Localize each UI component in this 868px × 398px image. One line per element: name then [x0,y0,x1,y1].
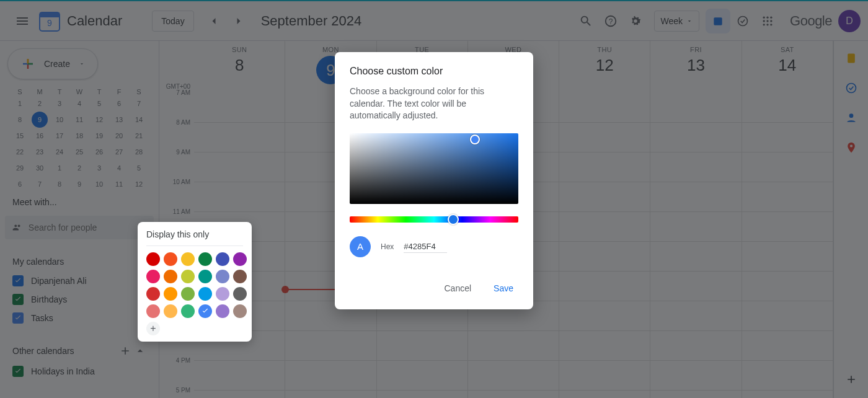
color-swatch[interactable] [233,287,247,301]
color-swatch[interactable] [146,252,160,266]
color-swatch[interactable] [181,252,195,266]
color-swatch-popup: Display this only + [138,222,252,342]
color-swatch[interactable] [216,287,229,301]
hue-thumb[interactable] [448,214,459,225]
dialog-description: Choose a background color for this calen… [350,86,518,122]
color-swatch[interactable] [164,304,177,318]
color-swatch[interactable] [233,270,247,283]
hex-input[interactable] [404,241,447,253]
saturation-value-picker[interactable] [350,133,518,204]
color-swatch[interactable] [181,304,195,318]
sv-thumb[interactable] [470,135,480,144]
color-swatch[interactable] [216,304,229,318]
color-swatch[interactable] [181,270,195,283]
color-swatch[interactable] [216,252,229,266]
custom-color-dialog: Choose custom color Choose a background … [335,52,533,309]
color-swatch[interactable] [233,304,247,318]
color-swatch[interactable] [164,287,177,301]
color-swatch[interactable] [146,270,160,283]
dialog-title: Choose custom color [350,66,518,77]
color-swatch[interactable] [164,252,177,266]
color-swatch[interactable] [233,252,247,266]
color-swatch[interactable] [164,270,177,283]
save-button[interactable]: Save [489,280,518,297]
color-swatch[interactable] [198,304,212,318]
color-swatch[interactable] [146,287,160,301]
color-swatch[interactable] [216,270,229,283]
color-popup-title[interactable]: Display this only [146,229,243,246]
hex-label: Hex [381,242,394,251]
color-preview-swatch: A [350,236,371,257]
add-custom-color-button[interactable]: + [146,322,160,335]
color-swatch[interactable] [181,287,195,301]
hue-slider[interactable] [350,216,518,223]
cancel-button[interactable]: Cancel [439,280,476,297]
color-swatch[interactable] [146,304,160,318]
color-swatch[interactable] [198,252,212,266]
color-swatch[interactable] [198,270,212,283]
color-swatch[interactable] [198,287,212,301]
